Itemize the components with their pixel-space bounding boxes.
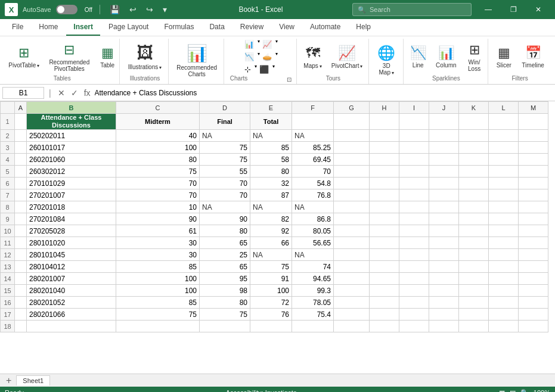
cell-M4[interactable] <box>519 154 548 166</box>
cell-I10[interactable] <box>399 225 429 237</box>
cell-G10[interactable] <box>334 225 370 237</box>
cell-G2[interactable] <box>334 130 370 142</box>
cell-H14[interactable] <box>370 273 399 285</box>
cell-H10[interactable] <box>370 225 399 237</box>
cell-F6[interactable]: 54.8 <box>292 178 334 189</box>
cell-M6[interactable] <box>519 178 548 189</box>
cell-L4[interactable] <box>489 154 519 166</box>
cell-J7[interactable] <box>429 189 459 201</box>
cell-A12[interactable] <box>15 249 27 261</box>
col-header-K[interactable]: K <box>459 102 489 114</box>
cell-G11[interactable] <box>334 237 370 249</box>
cell-B14[interactable]: 280201007 <box>27 273 116 285</box>
timeline-button[interactable]: 📅 Timeline <box>518 41 547 74</box>
cell-I8[interactable] <box>399 201 429 213</box>
cell-G16[interactable] <box>334 297 370 309</box>
illustrations-button[interactable]: 🖼 Illustrations▾ <box>125 41 166 74</box>
cell-G4[interactable] <box>334 154 370 166</box>
cell-D17[interactable]: 75 <box>200 309 250 321</box>
cell-C4[interactable]: 80 <box>116 154 200 166</box>
cell-K16[interactable] <box>459 297 489 309</box>
cell-G5[interactable] <box>334 166 370 178</box>
add-sheet-button[interactable]: + <box>2 375 15 386</box>
cell-K14[interactable] <box>459 273 489 285</box>
cell-L9[interactable] <box>489 213 519 225</box>
cell-E15[interactable]: 100 <box>250 285 292 297</box>
slicer-button[interactable]: ▦ Slicer <box>492 41 516 74</box>
cell-H12[interactable] <box>370 249 399 261</box>
redo-icon[interactable]: ↪ <box>144 4 156 15</box>
cell-C17[interactable]: 75 <box>116 309 200 321</box>
cell-M9[interactable] <box>519 213 548 225</box>
col-header-M[interactable]: M <box>519 102 548 114</box>
cell-H8[interactable] <box>370 201 399 213</box>
cell-F7[interactable]: 76.8 <box>292 189 334 201</box>
cell-M7[interactable] <box>519 189 548 201</box>
cell-J8[interactable] <box>429 201 459 213</box>
cell-I1[interactable] <box>399 114 429 130</box>
cell-A4[interactable] <box>15 154 27 166</box>
cell-reference-input[interactable] <box>2 87 44 99</box>
cell-G1[interactable] <box>334 114 370 130</box>
cell-B5[interactable]: 260302012 <box>27 166 116 178</box>
page-layout-view-icon[interactable]: ▤ <box>510 389 516 393</box>
tab-insert[interactable]: Insert <box>66 19 100 36</box>
cell-C6[interactable]: 70 <box>116 178 200 189</box>
cell-F17[interactable]: 75.4 <box>292 309 334 321</box>
col-header-H[interactable]: H <box>370 102 399 114</box>
cell-A5[interactable] <box>15 166 27 178</box>
cell-E17[interactable]: 76 <box>250 309 292 321</box>
cell-B8[interactable]: 270201018 <box>27 201 116 213</box>
cell-M14[interactable] <box>519 273 548 285</box>
cell-F12[interactable]: NA <box>292 249 334 261</box>
cell-F18[interactable] <box>292 321 334 332</box>
cell-H3[interactable] <box>370 142 399 154</box>
normal-view-icon[interactable]: ▦ <box>499 389 505 393</box>
cell-A1[interactable] <box>15 114 27 130</box>
cell-M18[interactable] <box>519 321 548 332</box>
autosave-toggle[interactable] <box>56 5 77 14</box>
cell-K12[interactable] <box>459 249 489 261</box>
cell-I9[interactable] <box>399 213 429 225</box>
cell-F14[interactable]: 94.65 <box>292 273 334 285</box>
cell-A17[interactable] <box>15 309 27 321</box>
bar-chart-icon[interactable]: 📊 <box>243 39 255 50</box>
cell-M15[interactable] <box>519 285 548 297</box>
cell-K3[interactable] <box>459 142 489 154</box>
cell-B7[interactable]: 270201007 <box>27 189 116 201</box>
tab-help[interactable]: Help <box>349 19 378 36</box>
cell-G12[interactable] <box>334 249 370 261</box>
cell-C1[interactable]: Midterm <box>116 114 200 130</box>
winloss-sparkline-button[interactable]: ⊞ Win/Loss <box>463 41 486 74</box>
waterfall-chart-dropdown[interactable]: ▾ <box>272 64 275 75</box>
tab-data[interactable]: Data <box>202 19 231 36</box>
cell-H1[interactable] <box>370 114 399 130</box>
cell-J2[interactable] <box>429 130 459 142</box>
cell-A6[interactable] <box>15 178 27 189</box>
cell-A16[interactable] <box>15 297 27 309</box>
cell-B4[interactable]: 260201060 <box>27 154 116 166</box>
cell-A13[interactable] <box>15 261 27 273</box>
cell-M13[interactable] <box>519 261 548 273</box>
cell-D5[interactable]: 55 <box>200 166 250 178</box>
cell-A3[interactable] <box>15 142 27 154</box>
cell-F15[interactable]: 99.3 <box>292 285 334 297</box>
cell-C7[interactable]: 70 <box>116 189 200 201</box>
cell-M3[interactable] <box>519 142 548 154</box>
bar-chart-dropdown[interactable]: ▾ <box>258 39 260 50</box>
cell-E5[interactable]: 80 <box>250 166 292 178</box>
cell-E3[interactable]: 85 <box>250 142 292 154</box>
cell-L6[interactable] <box>489 178 519 189</box>
cell-L11[interactable] <box>489 237 519 249</box>
cell-K9[interactable] <box>459 213 489 225</box>
cell-L7[interactable] <box>489 189 519 201</box>
cell-L3[interactable] <box>489 142 519 154</box>
cell-E11[interactable]: 66 <box>250 237 292 249</box>
cell-I11[interactable] <box>399 237 429 249</box>
cell-B11[interactable]: 280101020 <box>27 237 116 249</box>
cell-J10[interactable] <box>429 225 459 237</box>
cell-F11[interactable]: 56.65 <box>292 237 334 249</box>
col-header-F[interactable]: F <box>292 102 334 114</box>
cell-D9[interactable]: 90 <box>200 213 250 225</box>
cell-L2[interactable] <box>489 130 519 142</box>
